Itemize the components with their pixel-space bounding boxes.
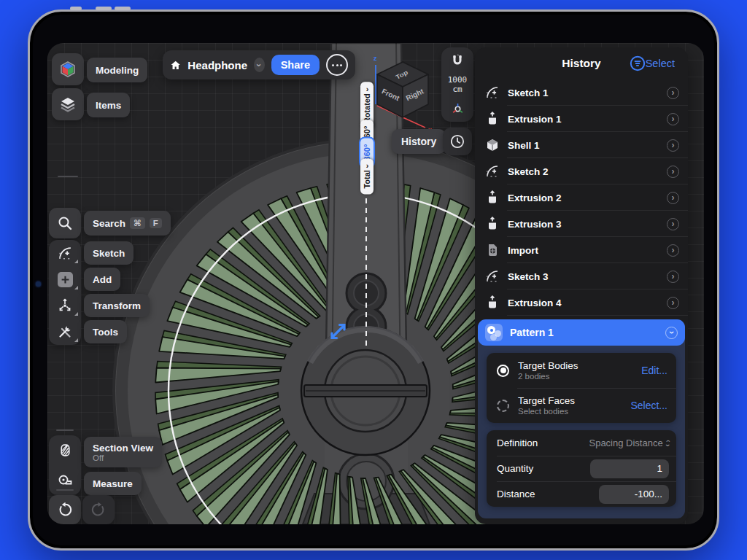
share-button[interactable]: Share xyxy=(271,55,320,75)
target-faces-row[interactable]: Target Faces Select bodies Select... xyxy=(487,388,676,423)
history-tooltip: History xyxy=(392,129,446,154)
history-item[interactable]: Shell 1 › xyxy=(475,132,688,158)
tools-label[interactable]: Tools xyxy=(84,320,127,343)
pivot-hub[interactable] xyxy=(301,327,430,455)
view-tools-group xyxy=(49,435,81,495)
search-icon xyxy=(57,215,73,231)
target-bodies-row[interactable]: Target Bodies 2 bodies Edit... xyxy=(487,353,676,388)
tools-tool-button[interactable] xyxy=(49,319,81,345)
extrusion-icon xyxy=(485,295,500,310)
history-item[interactable]: Sketch 1 › xyxy=(475,79,688,106)
sketch-tool-button[interactable] xyxy=(49,240,81,266)
volume-down-button xyxy=(115,7,131,10)
total-angle-pill[interactable]: Total› xyxy=(360,158,374,194)
more-options-button[interactable] xyxy=(326,54,348,76)
chevron-right-circle-icon[interactable]: › xyxy=(667,113,679,125)
section-view-state: Off xyxy=(93,454,104,462)
search-button[interactable] xyxy=(49,208,81,238)
section-view-button[interactable] xyxy=(49,435,81,465)
viewport-controls-panel: 1000 cm xyxy=(441,47,473,122)
section-view-label[interactable]: Section View Off xyxy=(84,437,162,467)
chevron-right-circle-icon[interactable]: › xyxy=(667,139,679,152)
clock-icon xyxy=(449,133,465,149)
chevron-right-circle-icon[interactable]: › xyxy=(667,297,679,309)
chevron-right-circle-icon[interactable]: › xyxy=(667,192,679,204)
redo-icon xyxy=(90,502,107,518)
power-button xyxy=(70,7,82,10)
history-item[interactable]: Import › xyxy=(475,237,688,263)
items-button[interactable] xyxy=(52,88,84,120)
definition-row[interactable]: Definition Spacing Distance ›› xyxy=(487,430,676,456)
edit-bodies-button[interactable]: Edit... xyxy=(641,365,667,376)
pattern-detail-block: Pattern 1 › Target Bodies 2 bodies Edit.… xyxy=(478,319,685,518)
chevron-down-circle-icon[interactable]: › xyxy=(665,327,678,339)
extrusion-icon xyxy=(485,190,500,205)
history-item[interactable]: Sketch 3 › xyxy=(475,263,688,289)
history-item[interactable]: Extrusion 4 › xyxy=(475,289,688,316)
extrusion-icon xyxy=(485,112,500,126)
quantity-row: Quantity 1 xyxy=(487,456,676,481)
chevron-right-circle-icon[interactable]: › xyxy=(667,271,679,283)
transform-icon xyxy=(57,298,73,314)
chevron-right-circle-icon[interactable]: › xyxy=(667,166,679,178)
history-item[interactable]: Extrusion 3 › xyxy=(475,211,688,237)
toolbar-divider xyxy=(56,429,74,431)
items-label[interactable]: Items xyxy=(87,93,130,117)
document-bar: Headphone › Share xyxy=(163,50,355,79)
radio-dashed-icon xyxy=(497,400,509,412)
history-clock-button[interactable] xyxy=(443,128,472,155)
distance-input[interactable]: -100... xyxy=(599,485,669,504)
chevron-down-icon: › xyxy=(365,85,368,93)
tools-wrench-icon xyxy=(57,324,73,340)
shell-icon xyxy=(485,138,500,152)
sketch-label[interactable]: Sketch xyxy=(84,241,133,265)
sketch-icon xyxy=(485,85,500,100)
undo-button[interactable] xyxy=(49,495,81,524)
modeling-button[interactable] xyxy=(52,53,84,85)
ipad-device: Modeling Items Headphone › Share xyxy=(28,9,719,551)
measure-tape-icon xyxy=(57,472,73,489)
section-view-icon xyxy=(58,443,73,458)
history-item[interactable]: Extrusion 2 › xyxy=(475,184,688,211)
front-camera xyxy=(36,281,41,287)
chevron-right-circle-icon[interactable]: › xyxy=(667,244,679,257)
chevron-down-icon: › xyxy=(365,162,368,170)
definition-value[interactable]: Spacing Distance xyxy=(589,438,662,448)
document-title[interactable]: Headphone xyxy=(187,59,247,71)
select-faces-button[interactable]: Select... xyxy=(630,400,667,411)
home-icon[interactable] xyxy=(170,58,181,73)
targets-card: Target Bodies 2 bodies Edit... Target Fa… xyxy=(487,353,676,423)
add-icon xyxy=(58,272,73,287)
grid-scale-value: 1000 cm xyxy=(448,76,468,94)
history-item-selected[interactable]: Pattern 1 › xyxy=(478,319,685,346)
undo-icon xyxy=(57,502,73,518)
history-item[interactable]: Sketch 2 › xyxy=(475,158,688,184)
modeling-label[interactable]: Modeling xyxy=(87,58,147,82)
sketch-icon xyxy=(485,164,500,179)
document-menu-chevron[interactable]: › xyxy=(254,58,265,72)
pattern-icon xyxy=(485,324,503,341)
redo-button[interactable] xyxy=(82,495,115,524)
add-label[interactable]: Add xyxy=(84,268,120,291)
import-icon xyxy=(485,243,500,257)
orientation-gizmo-icon[interactable] xyxy=(451,102,465,116)
sketch-icon xyxy=(58,246,73,261)
chevron-right-circle-icon[interactable]: › xyxy=(667,87,679,99)
measure-label[interactable]: Measure xyxy=(84,472,142,495)
tool-group xyxy=(49,240,81,345)
history-header: History Select xyxy=(475,47,688,79)
history-list: Sketch 1 › Extrusion 1 › Shell 1 › Sketc… xyxy=(475,79,688,316)
modeling-cube-icon xyxy=(58,60,77,79)
cmd-keycap: ⌘ xyxy=(130,217,145,229)
layers-icon xyxy=(59,96,77,113)
quantity-input[interactable]: 1 xyxy=(590,459,669,478)
search-label[interactable]: Search ⌘ F xyxy=(84,211,171,236)
view-cube[interactable]: z x Top Front Right xyxy=(361,50,449,138)
magnet-snap-icon[interactable] xyxy=(450,53,465,68)
transform-tool-button[interactable] xyxy=(49,292,81,319)
select-button[interactable]: Select xyxy=(641,47,679,79)
transform-label[interactable]: Transform xyxy=(84,294,150,317)
add-tool-button[interactable] xyxy=(49,266,81,292)
chevron-right-circle-icon[interactable]: › xyxy=(667,218,679,230)
history-item[interactable]: Extrusion 1 › xyxy=(475,106,688,132)
